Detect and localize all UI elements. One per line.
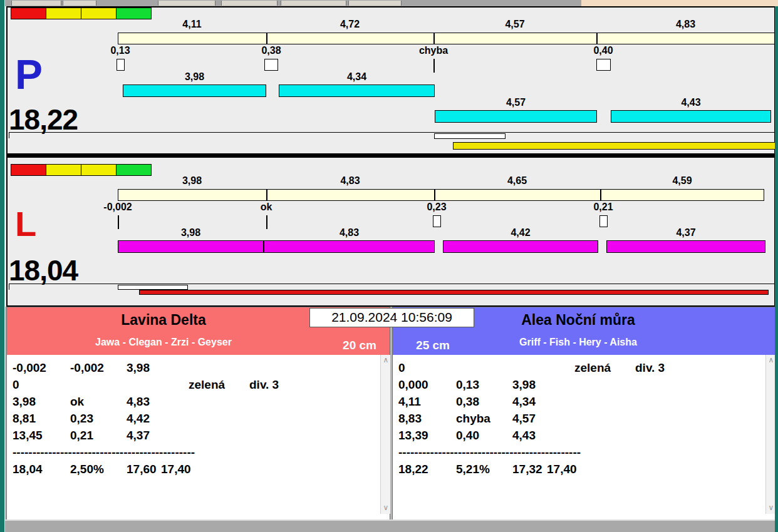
exchange-marker-box: [596, 59, 611, 71]
leg-time-label: 4,37: [676, 228, 695, 238]
status-square: [116, 164, 152, 176]
exchange-time-label: 0,13: [110, 46, 130, 56]
result-cell: 0,38: [456, 396, 479, 407]
result-cell: 0,13: [456, 379, 479, 391]
datetime-display: 21.09.2024 10:56:09: [309, 308, 474, 327]
result-cell: 13,39: [398, 429, 428, 441]
window-frame-right: [775, 6, 778, 532]
result-cell: 0,21: [70, 429, 93, 441]
leg-bar: [279, 84, 435, 97]
exchange-time-label: 0,23: [427, 202, 446, 212]
team-panel-right: Alea Noční můra Griff - Fish - Hery - Ai…: [392, 307, 775, 521]
timing-app-window: 4,114,724,574,830,130,38chyba0,403,984,3…: [0, 0, 778, 532]
result-cell: 8,81: [13, 412, 36, 424]
background-window-segment: [63, 1, 96, 6]
result-cell: ----------------------------------------…: [13, 446, 195, 458]
scrollbar-right[interactable]: ∧ ∨: [765, 355, 775, 514]
exchange-marker-box: [264, 59, 278, 71]
marker-bar: [118, 285, 188, 290]
exchange-marker-box: [433, 215, 441, 227]
result-cell: ----------------------------------------…: [398, 446, 581, 458]
team-category: 25 cm: [416, 339, 450, 352]
status-square: [116, 8, 152, 19]
exchange-marker-box: [599, 215, 608, 227]
leg-bar: [443, 240, 598, 253]
team-name: Alea Noční můra: [521, 312, 635, 329]
leg-bar: [606, 240, 765, 253]
bottom-strip: [4, 519, 778, 532]
result-cell: 4,83: [127, 396, 150, 407]
background-peach-panel: [581, 0, 778, 6]
background-window-segment: [281, 1, 346, 6]
leg-time-label: 4,57: [506, 98, 526, 108]
result-cell: -0,002: [13, 362, 46, 374]
result-cell: 3,98: [127, 362, 150, 374]
split-bar-divider: [266, 33, 267, 44]
result-cell: 0,000: [398, 379, 428, 391]
lane-letter: P: [15, 54, 43, 95]
status-square: [81, 164, 117, 176]
scrollbar-left[interactable]: ∧ ∨: [380, 355, 390, 514]
result-cell: 0: [398, 362, 405, 374]
marker-bar: [434, 133, 506, 139]
result-cell: 4,34: [512, 396, 536, 407]
split-time-label: 4,57: [505, 19, 524, 29]
split-time-label: 4,59: [672, 176, 692, 186]
split-bar-divider: [266, 189, 267, 201]
exchange-time-label: 0,38: [261, 46, 281, 56]
result-cell: chyba: [456, 412, 490, 424]
result-cell: 2,50%: [70, 463, 104, 475]
exchange-time-label: chyba: [419, 46, 448, 56]
exchange-time-label: ok: [261, 202, 272, 212]
background-window-segment: [158, 1, 215, 6]
lane-baseline-tick: [9, 284, 9, 290]
split-bar: [118, 33, 775, 44]
result-cell: 4,37: [127, 429, 150, 441]
result-cell: 8,83: [398, 412, 422, 424]
exchange-time-label: 0,21: [593, 202, 613, 212]
split-time-label: 3,98: [182, 176, 202, 186]
team-members: Griff - Fish - Hery - Aisha: [519, 337, 637, 348]
status-square: [11, 8, 46, 19]
result-cell: 18,04: [13, 463, 43, 475]
leg-bar: [123, 84, 266, 97]
lane-baseline: [9, 284, 775, 284]
leg-time-label: 4,43: [681, 98, 700, 108]
split-bar-divider: [433, 33, 435, 44]
results-text-right[interactable]: 0zelenádiv. 30,0000,133,984,110,384,348,…: [393, 355, 765, 514]
leg-bar: [118, 240, 264, 253]
exchange-marker-tick: [433, 59, 435, 73]
leg-bar: [264, 240, 435, 253]
result-cell: ok: [70, 396, 84, 407]
result-cell: 18,22: [398, 463, 428, 475]
lane-baseline: [9, 132, 775, 133]
split-bar-divider: [596, 33, 598, 44]
split-time-label: 4,83: [340, 176, 360, 186]
leg-bar: [435, 110, 597, 123]
results-text-left[interactable]: -0,002-0,0023,980zelenádiv. 33,98ok4,838…: [8, 355, 380, 514]
split-time-label: 4,72: [340, 19, 360, 29]
lane-total-time: 18,22: [9, 105, 78, 134]
background-window-segment: [11, 1, 61, 6]
lane-letter: L: [15, 207, 36, 242]
scroll-up-icon[interactable]: ∧: [381, 356, 391, 366]
leg-time-label: 4,83: [340, 228, 359, 238]
exchange-marker-tick: [118, 215, 119, 229]
result-cell: 17,60: [127, 463, 157, 475]
split-time-label: 4,83: [676, 19, 695, 29]
lane-total-time: 18,04: [9, 256, 78, 285]
leg-time-label: 3,98: [181, 228, 200, 238]
status-square: [81, 8, 117, 19]
result-cell: 17,40: [161, 463, 191, 475]
scroll-down-icon[interactable]: ∨: [381, 503, 391, 513]
result-cell: 4,43: [512, 429, 536, 441]
result-cell: 4,42: [127, 412, 150, 424]
exchange-marker-tick: [266, 215, 267, 229]
result-cell: div. 3: [635, 362, 665, 374]
split-bar: [118, 189, 764, 201]
leg-time-label: 4,42: [511, 228, 530, 238]
status-square: [46, 8, 81, 19]
result-cell: div. 3: [249, 379, 279, 391]
marker-bar: [139, 290, 769, 295]
background-window-segment: [221, 1, 277, 6]
